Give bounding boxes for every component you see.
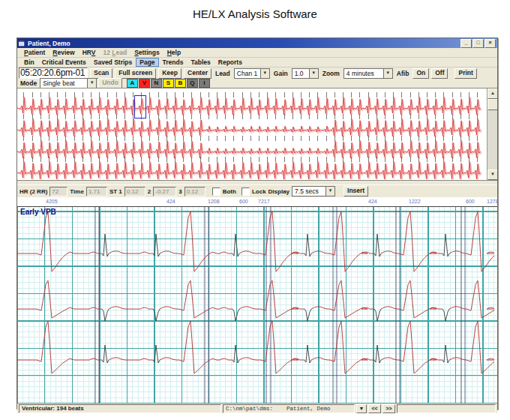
next-button[interactable]: >>	[382, 404, 395, 413]
time-display[interactable]: 05:20:20.6pm-01	[19, 68, 88, 79]
rr-interval-value: 1278	[487, 199, 497, 204]
waveform-path	[17, 321, 494, 374]
rr-interval-value: 1208	[208, 199, 220, 204]
window-title: Patient, Demo	[28, 40, 460, 47]
gain-value: 1.0	[292, 70, 309, 77]
afib-on-button[interactable]: On	[412, 68, 429, 79]
print-button[interactable]: Print	[454, 68, 476, 79]
menu-item-critical-events[interactable]: Critical Events	[38, 58, 90, 66]
beat-count-status: Ventricular: 194 beats	[19, 404, 221, 413]
beat-button-s[interactable]: S	[163, 79, 174, 88]
menu-item-reports[interactable]: Reports	[214, 58, 246, 66]
rr-interval-value: 4205	[46, 199, 58, 204]
strip-scrollbar[interactable]: ▲ ▼	[487, 88, 497, 180]
st3-label: 3	[178, 188, 182, 195]
scrollbar-thumb[interactable]	[488, 99, 497, 110]
display-label: Display	[268, 188, 290, 195]
menu-item-saved-strips[interactable]: Saved Strips	[90, 58, 136, 66]
menu-item-trends[interactable]: Trends	[159, 58, 188, 66]
rr-interval-value: 600	[239, 199, 248, 204]
beat-button-q[interactable]: Q	[187, 79, 198, 88]
chevron-down-icon[interactable]: ▼	[260, 69, 269, 78]
menu-item-bin[interactable]: Bin	[20, 58, 38, 66]
gain-select[interactable]: 1.0 ▼	[292, 68, 319, 79]
lead-value: Chan 1	[235, 70, 260, 77]
chevron-down-icon[interactable]: ▼	[87, 79, 96, 88]
beat-label-buttons: AVNSBQI	[127, 79, 211, 88]
chevron-down-icon[interactable]: ▼	[309, 69, 318, 78]
zoom-select[interactable]: 4 minutes ▼	[344, 68, 393, 79]
lock-checkbox[interactable]	[242, 188, 250, 196]
time-label: Time	[70, 188, 84, 195]
st2-value-field: -0.27	[153, 187, 176, 196]
toolbar-main: 05:20:20.6pm-01 Scan Full screen Keep Ce…	[17, 68, 497, 79]
java-app-icon	[19, 40, 26, 46]
beat-button-a[interactable]: A	[127, 79, 138, 88]
st1-value-field: 0.12	[124, 187, 146, 196]
menu-item-hrv[interactable]: HRV	[79, 49, 100, 56]
display-select[interactable]: 7.5 secs ▼	[292, 186, 335, 196]
beat-review-pane[interactable]: Early VPB	[17, 206, 497, 404]
patient-selector-dropdown[interactable]: ▼	[356, 404, 367, 413]
lock-label: Lock	[252, 188, 266, 195]
menu-item-review[interactable]: Review	[49, 49, 78, 56]
zoom-value: 4 minutes	[344, 70, 383, 77]
maximize-button[interactable]: □	[472, 39, 484, 48]
close-button[interactable]: ×	[484, 39, 496, 48]
both-checkbox[interactable]	[212, 188, 220, 196]
toolbar-mode: Mode Single beat ▼ Undo AVNSBQI	[17, 79, 497, 88]
menu-item-page[interactable]: Page	[136, 58, 158, 67]
chevron-down-icon[interactable]: ▼	[383, 69, 392, 78]
ecg-strip-pane[interactable]: ▲ ▼	[17, 88, 497, 181]
scan-button[interactable]: Scan	[90, 68, 112, 79]
beat-button-n[interactable]: N	[151, 79, 162, 88]
beat-waveform	[17, 207, 494, 404]
measurement-bar: HR (2 RR) 72 Time 1.71 ST 1 0.12 2 -0.27…	[17, 184, 497, 197]
window-titlebar[interactable]: Patient, Demo _ □ ×	[17, 38, 497, 48]
rr-interval-value: 424	[368, 199, 377, 204]
waveform-path	[17, 280, 494, 318]
patient-file-path: C:\nm\pat\dms: Patient, Demo	[226, 405, 352, 412]
gain-label: Gain	[274, 70, 288, 77]
afib-label: Afib	[397, 70, 410, 77]
menu-item-settings[interactable]: Settings	[130, 49, 164, 56]
menu-item-12-lead[interactable]: 12 Lead	[99, 49, 130, 56]
window-statusbar: Ventricular: 194 beats C:\nm\pat\dms: Pa…	[17, 404, 497, 413]
undo-button[interactable]: Undo	[98, 78, 122, 88]
mode-value: Single beat	[40, 80, 87, 87]
beat-button-i[interactable]: I	[199, 79, 210, 88]
menu-item-tables[interactable]: Tables	[187, 58, 214, 66]
prev-button[interactable]: <<	[368, 404, 381, 413]
afib-off-button[interactable]: Off	[431, 68, 448, 79]
statusbar-empty-field	[397, 404, 496, 413]
mode-select[interactable]: Single beat ▼	[40, 78, 97, 88]
beat-button-b[interactable]: B	[175, 79, 186, 88]
minimize-button[interactable]: _	[460, 39, 472, 48]
rr-interval-value: 1222	[409, 199, 421, 204]
page-title: HE/LX Analysis Software	[0, 8, 510, 20]
lead-label: Lead	[215, 70, 230, 77]
st2-label: 2	[148, 188, 151, 195]
app-window: Patient, Demo _ □ × PatientReviewHRV12 L…	[16, 38, 498, 410]
zoom-label: Zoom	[322, 70, 340, 77]
full-screen-button[interactable]: Full screen	[115, 68, 156, 79]
center-button[interactable]: Center	[184, 68, 212, 79]
lead-select[interactable]: Chan 1 ▼	[234, 68, 270, 79]
time-value-field: 1.71	[86, 187, 107, 196]
menu-item-patient[interactable]: Patient	[20, 49, 49, 56]
both-label: Both	[223, 188, 236, 195]
keep-button[interactable]: Keep	[158, 68, 182, 79]
hr-label: HR (2 RR)	[20, 188, 47, 195]
insert-button[interactable]: Insert	[344, 186, 368, 196]
menu-item-help[interactable]: Help	[164, 49, 184, 56]
beat-button-v[interactable]: V	[139, 79, 150, 88]
rr-interval-value: 7217	[258, 199, 270, 204]
patient-file-selector[interactable]: C:\nm\pat\dms: Patient, Demo	[223, 404, 355, 413]
st1-label: ST 1	[110, 188, 122, 195]
scroll-up-icon[interactable]: ▲	[488, 88, 497, 99]
display-value: 7.5 secs	[292, 188, 326, 195]
scroll-down-icon[interactable]: ▼	[488, 170, 497, 180]
main-menubar: PatientReviewHRV12 LeadSettingsHelp	[17, 48, 497, 58]
view-menubar: BinCritical EventsSaved StripsPageTrends…	[17, 58, 497, 68]
chevron-down-icon[interactable]: ▼	[326, 187, 334, 196]
